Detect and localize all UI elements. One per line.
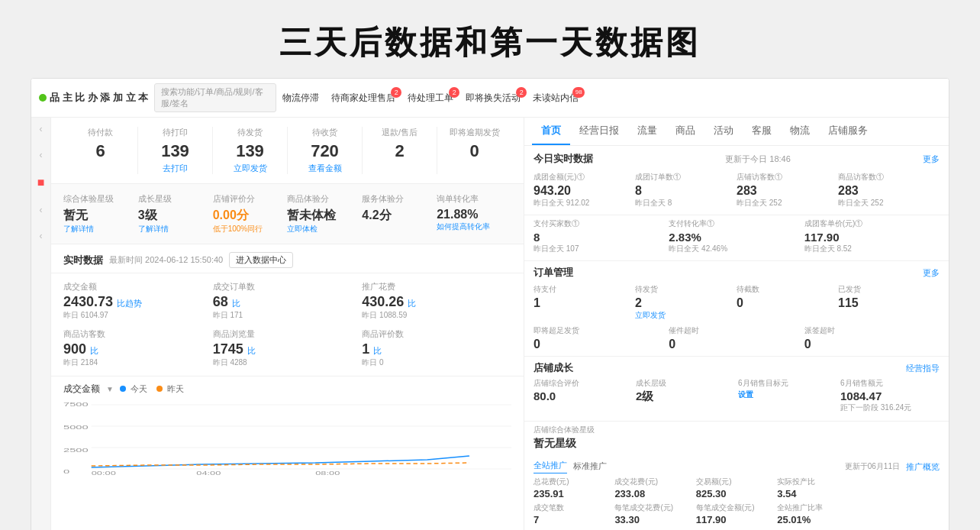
metric-label-pingjia-count: 商品评价数 <box>362 328 511 340</box>
metric-label-liulan: 商品浏览量 <box>213 328 363 340</box>
promo-touchangbi: 实际投产比 3.54 <box>777 477 858 499</box>
order-mgmt-row2: 即将超足发货 0 催件超时 0 派签超时 0 <box>534 325 940 351</box>
today-section-more[interactable]: 更多 <box>923 154 940 165</box>
stat-label-daifukuan: 待付款 <box>63 127 137 138</box>
metric-value-huafei: 430.26 比 <box>362 294 511 310</box>
rating-row: 综合体验星级 暂无 了解详情 成长星级 3级 了解详情 店铺评价分 0.00分 … <box>51 184 524 244</box>
collapse-arrow-1[interactable]: ‹ <box>40 124 43 134</box>
metric-pingjia-count: 商品评价数 1 比 昨日 0 <box>362 328 511 368</box>
stat-label-daiyin: 待打印 <box>138 127 212 138</box>
trend-link-liulan[interactable]: 比 <box>247 346 256 355</box>
rating-sub-zonghe[interactable]: 了解详情 <box>63 224 138 234</box>
growth-grid: 店铺综合评价 80.0 成长层级 2级 6月销售目标元 设置 6月销售额元 10… <box>534 378 940 413</box>
nav-badge-shouhou: 2 <box>391 87 401 98</box>
rating-sub-zhuanhua[interactable]: 如何提高转化率 <box>437 221 511 232</box>
svg-text:00:00: 00:00 <box>92 470 116 475</box>
rating-zonghe: 综合体验星级 暂无 了解详情 <box>63 193 138 234</box>
order-mgmt-more[interactable]: 更多 <box>923 267 940 279</box>
shop-growth-header: 店铺成长 经营指导 <box>534 361 940 375</box>
omg-daifukuan: 待支付 1 <box>534 284 635 321</box>
stat-label-daifa: 待发货 <box>213 127 287 138</box>
metric-label-jiaoe: 成交金额 <box>63 281 213 292</box>
stat-link-daiyin[interactable]: 去打印 <box>138 163 212 174</box>
stat-daifa: 待发货 139 立即发货 <box>212 127 287 174</box>
shop-growth-title: 店铺成长 <box>534 361 573 375</box>
tab-homepage[interactable]: 首页 <box>532 118 570 145</box>
btn-enter-data[interactable]: 进入数据中心 <box>229 252 293 268</box>
chart-area: 成交金额 ▼ 今天 昨天 <box>51 376 524 481</box>
chart-selector: 成交金额 ▼ 今天 昨天 <box>63 383 511 396</box>
rating-sub-chengzhang[interactable]: 了解详情 <box>138 224 213 234</box>
today-section-time: 更新于今日 18:46 <box>725 154 791 165</box>
promo-jiaoyie: 交易额(元) 825.30 <box>696 477 777 499</box>
rating-fuwu: 服务体验分 4.2分 <box>362 193 437 224</box>
growth-target: 6月销售目标元 设置 <box>738 378 837 413</box>
tab-service[interactable]: 客服 <box>743 118 781 145</box>
tab-logistics[interactable]: 物流 <box>781 118 819 145</box>
realtime-header: 实时数据 最新时间 2024-06-12 15:50:40 进入数据中心 <box>51 244 524 273</box>
nav-badge-gongdan: 2 <box>449 87 459 98</box>
today-shangpin-fangke: 商品访客数① 283 昨日全天 252 <box>838 172 940 208</box>
stat-daishou: 待收货 720 查看金额 <box>287 127 362 174</box>
rating-label-zhuanhua: 询单转化率 <box>437 193 511 205</box>
stat-value-daifukuan: 6 <box>63 141 137 161</box>
promo-jiaoyi-huafei: 成交花费(元) 233.08 <box>614 477 695 499</box>
tab-activity[interactable]: 活动 <box>704 118 743 145</box>
legend-dot-yesterday <box>156 386 163 392</box>
trend-link-fangke[interactable]: 比 <box>90 346 98 355</box>
left-sidebar: ‹ ‹ ■ ‹ ‹ <box>31 118 51 530</box>
rating-label-pingjia: 店铺评价分 <box>213 193 288 205</box>
promo-overview-link[interactable]: 推广概览 <box>906 461 940 473</box>
nav-wuliutin[interactable]: 物流停滞 <box>282 92 319 105</box>
nav-items: 物流停滞 待商家处理售后 2 待处理工单 2 即将换失活动 2 未读站内信 98 <box>282 92 941 105</box>
rating-zhuanhua: 询单转化率 21.88% 如何提高转化率 <box>437 193 511 232</box>
rating-sub-pingjia[interactable]: 低于100%同行 <box>213 224 288 234</box>
search-bar[interactable]: 搜索功能/订单/商品/规则/客服/签名 <box>154 83 276 112</box>
shop-growth-link[interactable]: 经营指导 <box>906 363 940 374</box>
nav-shouhou[interactable]: 待商家处理售后 2 <box>331 92 395 105</box>
stat-link-daishou[interactable]: 查看金额 <box>288 163 362 174</box>
tab-shop-service[interactable]: 店铺服务 <box>819 118 877 145</box>
tab-flow[interactable]: 流量 <box>628 118 666 145</box>
stat-label-daishou: 待收货 <box>288 127 362 138</box>
today-chengtuan: 成团金额(元)① 943.20 昨日全天 912.02 <box>534 172 635 208</box>
realtime-time: 最新时间 2024-06-12 15:50:40 <box>109 254 223 266</box>
nav-huodong[interactable]: 即将换失活动 2 <box>466 92 521 105</box>
tab-goods[interactable]: 商品 <box>666 118 704 145</box>
promo-zonghuafei: 总花费(元) 235.91 <box>534 477 614 499</box>
rating-value-tiyan: 暂未体检 <box>287 208 362 224</box>
collapse-arrow-2[interactable]: ‹ <box>40 150 43 160</box>
metric-label-fangke: 商品访客数 <box>63 328 213 340</box>
trend-link-jiaoe[interactable]: 比趋势 <box>117 299 142 308</box>
support-kedanjia: 成团客单价(元)① 117.90 昨日全天 8.52 <box>804 218 940 254</box>
collapse-arrow-4[interactable]: ‹ <box>40 231 43 241</box>
growth-sales: 6月销售额元 1084.47 距下一阶段 316.24元 <box>840 378 940 413</box>
dropdown-icon[interactable]: ▼ <box>106 385 114 393</box>
trend-link-dingdan[interactable]: 比 <box>232 299 240 308</box>
omg-paiqian: 派签超时 0 <box>804 325 940 351</box>
tab-daily[interactable]: 经营日报 <box>570 118 628 145</box>
stat-value-tuikuan: 2 <box>363 141 437 161</box>
trend-link-pingjia-count[interactable]: 比 <box>373 346 382 355</box>
rating-label-chengzhang: 成长星级 <box>138 193 213 205</box>
rating-sub-tiyan[interactable]: 立即体检 <box>287 224 362 234</box>
promo-jiaoyi-bishu: 成交笔数 7 <box>534 503 614 525</box>
nav-xinxi[interactable]: 未读站内信 98 <box>533 92 579 105</box>
nav-badge-huodong: 2 <box>516 87 527 98</box>
metric-value-pingjia-count: 1 比 <box>362 341 511 357</box>
nav-gongdan[interactable]: 待处理工单 2 <box>408 92 453 105</box>
support-zhifumaijia: 支付买家数① 8 昨日全天 107 <box>534 218 669 254</box>
metric-prev-dingdan: 昨日 171 <box>213 310 363 321</box>
promo-tab-biaozhun[interactable]: 标准推广 <box>573 461 607 473</box>
promo-grid-row2: 成交笔数 7 每笔成交花费(元) 33.30 每笔成交金额(元) 117.90 … <box>534 503 940 525</box>
svg-text:08:00: 08:00 <box>315 470 340 475</box>
stat-link-daifa[interactable]: 立即发货 <box>213 163 287 174</box>
promo-tab-quanzhan[interactable]: 全站推广 <box>534 460 567 473</box>
metric-label-dingdan: 成交订单数 <box>213 281 363 292</box>
trend-link-huafei[interactable]: 比 <box>408 299 416 308</box>
metric-value-fangke: 900 比 <box>63 341 213 357</box>
promo-meibi-huafei: 每笔成交花费(元) 33.30 <box>614 503 695 525</box>
stat-value-daishou: 720 <box>288 141 362 161</box>
collapse-arrow-3[interactable]: ‹ <box>40 205 43 215</box>
chart-svg: 7500 5000 2500 0 00:00 04:00 <box>63 399 511 475</box>
